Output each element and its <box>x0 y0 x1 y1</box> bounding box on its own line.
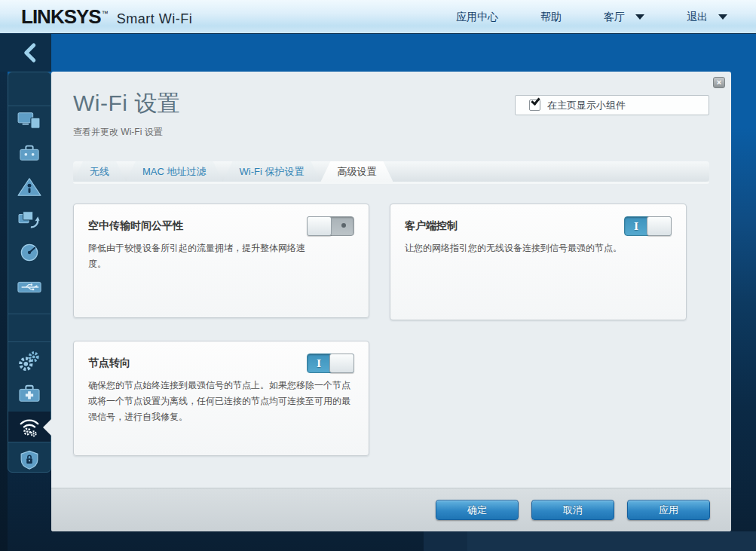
trademark: ™ <box>102 10 108 17</box>
speed-test-icon <box>17 241 41 264</box>
media-prioritization-icon <box>17 209 42 230</box>
external-storage-icon <box>17 277 42 297</box>
toggle-off-indicator <box>341 223 346 228</box>
sidebar-item-external-storage[interactable] <box>8 272 51 302</box>
sidebar-item-troubleshooting[interactable] <box>8 378 51 409</box>
show-widget-panel: 在主页显示小组件 <box>515 95 709 115</box>
show-widget-checkbox[interactable] <box>529 99 540 111</box>
card-client-steering: 客户端控制 I 让您的网络指引您的无线设备连接到信号最强的节点。 <box>390 204 687 320</box>
sidebar-item-media-prioritization[interactable] <box>8 204 51 234</box>
toggle-handle <box>307 216 332 236</box>
wifi-settings-icon <box>17 415 42 438</box>
ok-button[interactable]: 确定 <box>436 500 519 520</box>
troubleshooting-icon <box>17 383 42 404</box>
modal-footer: 确定 取消 应用 <box>51 488 731 531</box>
toggle-on-indicator: I <box>317 358 321 369</box>
sidebar-item-security[interactable] <box>8 445 51 475</box>
tab-advanced-settings[interactable]: 高级设置 <box>320 161 393 182</box>
nav-app-center[interactable]: 应用中心 <box>456 11 498 24</box>
client-steering-toggle[interactable]: I <box>624 216 672 236</box>
card-title: 节点转向 <box>88 357 130 370</box>
dimmed-background-panel <box>467 531 756 551</box>
sidebar-divider <box>8 341 51 342</box>
card-airtime-fairness: 空中传输时间公平性 降低由于较慢设备所引起的流量拥堵，提升整体网络速度。 <box>73 204 369 318</box>
sidebar-item-speed-test[interactable] <box>8 237 51 268</box>
sidebar-divider <box>8 314 51 314</box>
sidebar-item-connectivity[interactable] <box>8 346 51 376</box>
tab-wifi-protected-setup[interactable]: Wi-Fi 保护设置 <box>223 161 321 182</box>
card-description: 降低由于较慢设备所引起的流量拥堵，提升整体网络速度。 <box>88 240 310 272</box>
chevron-left-icon <box>20 41 42 64</box>
close-icon[interactable]: × <box>713 77 725 88</box>
sidebar-navigation <box>8 72 51 473</box>
security-icon <box>18 448 41 471</box>
checkmark-icon <box>531 96 540 106</box>
sidebar-divider <box>8 442 51 442</box>
chevron-down-icon <box>718 14 727 20</box>
nav-help[interactable]: 帮助 <box>540 11 562 24</box>
nav-router-name-dropdown[interactable]: 客厅 <box>604 11 644 24</box>
card-node-steering: 节点转向 I 确保您的节点始终连接到最强信号的节点上。如果您移除一个节点或将一个… <box>73 341 369 456</box>
show-widget-label: 在主页显示小组件 <box>547 99 626 112</box>
product-name: Smart Wi-Fi <box>117 11 192 27</box>
wifi-settings-modal: × Wi-Fi 设置 查看并更改 Wi-Fi 设置 在主页显示小组件 无线 MA… <box>51 72 731 531</box>
page-subtitle: 查看并更改 Wi-Fi 设置 <box>73 126 163 139</box>
card-description: 让您的网络指引您的无线设备连接到信号最强的节点。 <box>405 240 672 256</box>
chevron-down-icon <box>635 14 644 20</box>
tab-wireless[interactable]: 无线 <box>73 161 126 182</box>
toggle-handle <box>329 354 354 373</box>
card-description: 确保您的节点始终连接到最强信号的节点上。如果您移除一个节点或将一个节点设置为离线… <box>88 378 354 425</box>
page-title: Wi-Fi 设置 <box>73 88 180 119</box>
toggle-on-indicator: I <box>634 221 638 232</box>
node-steering-toggle[interactable]: I <box>307 354 354 373</box>
card-title: 空中传输时间公平性 <box>88 219 183 233</box>
guest-access-icon <box>17 142 42 164</box>
connectivity-icon <box>17 350 42 372</box>
sidebar-item-devices[interactable] <box>8 106 51 136</box>
sidebar-item-guest-access[interactable] <box>8 138 51 168</box>
devices-icon <box>17 110 42 131</box>
sidebar-item-parental-controls[interactable] <box>8 172 51 202</box>
top-header-bar: LINKSYS™ Smart Wi-Fi 应用中心 帮助 客厅 退出 <box>0 0 756 34</box>
left-edge-strip <box>0 34 8 551</box>
airtime-fairness-toggle[interactable] <box>307 216 354 236</box>
brand-logo: LINKSYS™ Smart Wi-Fi <box>0 5 192 29</box>
apply-button[interactable]: 应用 <box>627 500 710 520</box>
toggle-handle <box>647 216 672 236</box>
parental-controls-icon <box>17 176 42 197</box>
active-item-pointer <box>43 419 51 436</box>
top-navigation: 应用中心 帮助 客厅 退出 <box>456 0 756 34</box>
tab-bar: 无线 MAC 地址过滤 Wi-Fi 保护设置 高级设置 <box>73 161 709 182</box>
nav-logout-dropdown[interactable]: 退出 <box>687 11 727 24</box>
linksys-logo: LINKSYS™ <box>21 5 108 29</box>
tab-mac-filtering[interactable]: MAC 地址过滤 <box>126 161 223 182</box>
card-title: 客户端控制 <box>405 219 458 233</box>
sidebar-collapse-button[interactable] <box>20 41 42 64</box>
cancel-button[interactable]: 取消 <box>531 500 614 520</box>
